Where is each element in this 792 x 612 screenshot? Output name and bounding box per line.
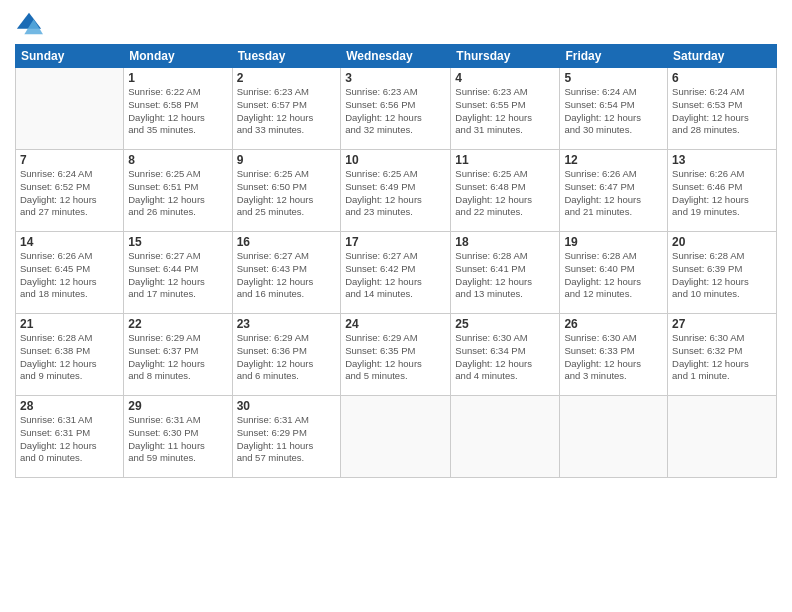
calendar-cell: 12Sunrise: 6:26 AM Sunset: 6:47 PM Dayli…: [560, 150, 668, 232]
day-info: Sunrise: 6:29 AM Sunset: 6:36 PM Dayligh…: [237, 332, 337, 383]
day-number: 21: [20, 317, 119, 331]
calendar-cell: 8Sunrise: 6:25 AM Sunset: 6:51 PM Daylig…: [124, 150, 232, 232]
day-number: 12: [564, 153, 663, 167]
calendar-cell: 14Sunrise: 6:26 AM Sunset: 6:45 PM Dayli…: [16, 232, 124, 314]
day-info: Sunrise: 6:31 AM Sunset: 6:29 PM Dayligh…: [237, 414, 337, 465]
day-info: Sunrise: 6:31 AM Sunset: 6:30 PM Dayligh…: [128, 414, 227, 465]
day-info: Sunrise: 6:28 AM Sunset: 6:39 PM Dayligh…: [672, 250, 772, 301]
day-info: Sunrise: 6:25 AM Sunset: 6:51 PM Dayligh…: [128, 168, 227, 219]
day-number: 23: [237, 317, 337, 331]
day-info: Sunrise: 6:27 AM Sunset: 6:43 PM Dayligh…: [237, 250, 337, 301]
day-info: Sunrise: 6:24 AM Sunset: 6:54 PM Dayligh…: [564, 86, 663, 137]
calendar-cell: 2Sunrise: 6:23 AM Sunset: 6:57 PM Daylig…: [232, 68, 341, 150]
day-number: 11: [455, 153, 555, 167]
day-number: 4: [455, 71, 555, 85]
day-number: 9: [237, 153, 337, 167]
day-number: 29: [128, 399, 227, 413]
day-info: Sunrise: 6:30 AM Sunset: 6:34 PM Dayligh…: [455, 332, 555, 383]
calendar-cell: 25Sunrise: 6:30 AM Sunset: 6:34 PM Dayli…: [451, 314, 560, 396]
calendar-cell: 6Sunrise: 6:24 AM Sunset: 6:53 PM Daylig…: [668, 68, 777, 150]
day-info: Sunrise: 6:28 AM Sunset: 6:41 PM Dayligh…: [455, 250, 555, 301]
day-info: Sunrise: 6:27 AM Sunset: 6:42 PM Dayligh…: [345, 250, 446, 301]
weekday-header-monday: Monday: [124, 45, 232, 68]
calendar-cell: 7Sunrise: 6:24 AM Sunset: 6:52 PM Daylig…: [16, 150, 124, 232]
calendar-table: SundayMondayTuesdayWednesdayThursdayFrid…: [15, 44, 777, 478]
logo: [15, 10, 47, 38]
page: SundayMondayTuesdayWednesdayThursdayFrid…: [0, 0, 792, 612]
weekday-header-tuesday: Tuesday: [232, 45, 341, 68]
calendar-cell: 21Sunrise: 6:28 AM Sunset: 6:38 PM Dayli…: [16, 314, 124, 396]
day-info: Sunrise: 6:24 AM Sunset: 6:52 PM Dayligh…: [20, 168, 119, 219]
day-info: Sunrise: 6:30 AM Sunset: 6:32 PM Dayligh…: [672, 332, 772, 383]
calendar-cell: 23Sunrise: 6:29 AM Sunset: 6:36 PM Dayli…: [232, 314, 341, 396]
day-number: 19: [564, 235, 663, 249]
day-info: Sunrise: 6:29 AM Sunset: 6:35 PM Dayligh…: [345, 332, 446, 383]
calendar-cell: 16Sunrise: 6:27 AM Sunset: 6:43 PM Dayli…: [232, 232, 341, 314]
calendar-cell: 9Sunrise: 6:25 AM Sunset: 6:50 PM Daylig…: [232, 150, 341, 232]
calendar-cell: 11Sunrise: 6:25 AM Sunset: 6:48 PM Dayli…: [451, 150, 560, 232]
header: [15, 10, 777, 38]
week-row-1: 1Sunrise: 6:22 AM Sunset: 6:58 PM Daylig…: [16, 68, 777, 150]
day-number: 1: [128, 71, 227, 85]
day-info: Sunrise: 6:28 AM Sunset: 6:40 PM Dayligh…: [564, 250, 663, 301]
day-info: Sunrise: 6:23 AM Sunset: 6:56 PM Dayligh…: [345, 86, 446, 137]
weekday-header-saturday: Saturday: [668, 45, 777, 68]
day-info: Sunrise: 6:25 AM Sunset: 6:50 PM Dayligh…: [237, 168, 337, 219]
calendar-cell: 28Sunrise: 6:31 AM Sunset: 6:31 PM Dayli…: [16, 396, 124, 478]
calendar-cell: 17Sunrise: 6:27 AM Sunset: 6:42 PM Dayli…: [341, 232, 451, 314]
day-info: Sunrise: 6:26 AM Sunset: 6:46 PM Dayligh…: [672, 168, 772, 219]
day-info: Sunrise: 6:30 AM Sunset: 6:33 PM Dayligh…: [564, 332, 663, 383]
day-info: Sunrise: 6:24 AM Sunset: 6:53 PM Dayligh…: [672, 86, 772, 137]
calendar-cell: 5Sunrise: 6:24 AM Sunset: 6:54 PM Daylig…: [560, 68, 668, 150]
calendar-cell: 20Sunrise: 6:28 AM Sunset: 6:39 PM Dayli…: [668, 232, 777, 314]
day-number: 14: [20, 235, 119, 249]
calendar-cell: 13Sunrise: 6:26 AM Sunset: 6:46 PM Dayli…: [668, 150, 777, 232]
calendar-cell: 22Sunrise: 6:29 AM Sunset: 6:37 PM Dayli…: [124, 314, 232, 396]
calendar-cell: 27Sunrise: 6:30 AM Sunset: 6:32 PM Dayli…: [668, 314, 777, 396]
calendar-cell: [668, 396, 777, 478]
week-row-3: 14Sunrise: 6:26 AM Sunset: 6:45 PM Dayli…: [16, 232, 777, 314]
day-number: 5: [564, 71, 663, 85]
weekday-header-row: SundayMondayTuesdayWednesdayThursdayFrid…: [16, 45, 777, 68]
day-number: 18: [455, 235, 555, 249]
day-info: Sunrise: 6:23 AM Sunset: 6:55 PM Dayligh…: [455, 86, 555, 137]
day-number: 13: [672, 153, 772, 167]
calendar-cell: [16, 68, 124, 150]
week-row-4: 21Sunrise: 6:28 AM Sunset: 6:38 PM Dayli…: [16, 314, 777, 396]
day-number: 7: [20, 153, 119, 167]
calendar-cell: 4Sunrise: 6:23 AM Sunset: 6:55 PM Daylig…: [451, 68, 560, 150]
calendar-cell: 3Sunrise: 6:23 AM Sunset: 6:56 PM Daylig…: [341, 68, 451, 150]
calendar-cell: 10Sunrise: 6:25 AM Sunset: 6:49 PM Dayli…: [341, 150, 451, 232]
calendar-cell: 24Sunrise: 6:29 AM Sunset: 6:35 PM Dayli…: [341, 314, 451, 396]
day-number: 3: [345, 71, 446, 85]
day-number: 6: [672, 71, 772, 85]
day-number: 30: [237, 399, 337, 413]
calendar-cell: 18Sunrise: 6:28 AM Sunset: 6:41 PM Dayli…: [451, 232, 560, 314]
day-number: 22: [128, 317, 227, 331]
calendar-cell: 30Sunrise: 6:31 AM Sunset: 6:29 PM Dayli…: [232, 396, 341, 478]
week-row-5: 28Sunrise: 6:31 AM Sunset: 6:31 PM Dayli…: [16, 396, 777, 478]
day-number: 16: [237, 235, 337, 249]
day-number: 17: [345, 235, 446, 249]
calendar-cell: [341, 396, 451, 478]
calendar-cell: 15Sunrise: 6:27 AM Sunset: 6:44 PM Dayli…: [124, 232, 232, 314]
day-info: Sunrise: 6:29 AM Sunset: 6:37 PM Dayligh…: [128, 332, 227, 383]
weekday-header-wednesday: Wednesday: [341, 45, 451, 68]
day-info: Sunrise: 6:25 AM Sunset: 6:49 PM Dayligh…: [345, 168, 446, 219]
day-info: Sunrise: 6:28 AM Sunset: 6:38 PM Dayligh…: [20, 332, 119, 383]
day-number: 27: [672, 317, 772, 331]
day-number: 26: [564, 317, 663, 331]
day-number: 10: [345, 153, 446, 167]
calendar-cell: 19Sunrise: 6:28 AM Sunset: 6:40 PM Dayli…: [560, 232, 668, 314]
calendar-cell: 1Sunrise: 6:22 AM Sunset: 6:58 PM Daylig…: [124, 68, 232, 150]
day-number: 28: [20, 399, 119, 413]
day-info: Sunrise: 6:31 AM Sunset: 6:31 PM Dayligh…: [20, 414, 119, 465]
day-info: Sunrise: 6:27 AM Sunset: 6:44 PM Dayligh…: [128, 250, 227, 301]
day-info: Sunrise: 6:22 AM Sunset: 6:58 PM Dayligh…: [128, 86, 227, 137]
weekday-header-friday: Friday: [560, 45, 668, 68]
day-info: Sunrise: 6:25 AM Sunset: 6:48 PM Dayligh…: [455, 168, 555, 219]
day-number: 24: [345, 317, 446, 331]
logo-icon: [15, 10, 43, 38]
day-number: 25: [455, 317, 555, 331]
calendar-cell: 29Sunrise: 6:31 AM Sunset: 6:30 PM Dayli…: [124, 396, 232, 478]
